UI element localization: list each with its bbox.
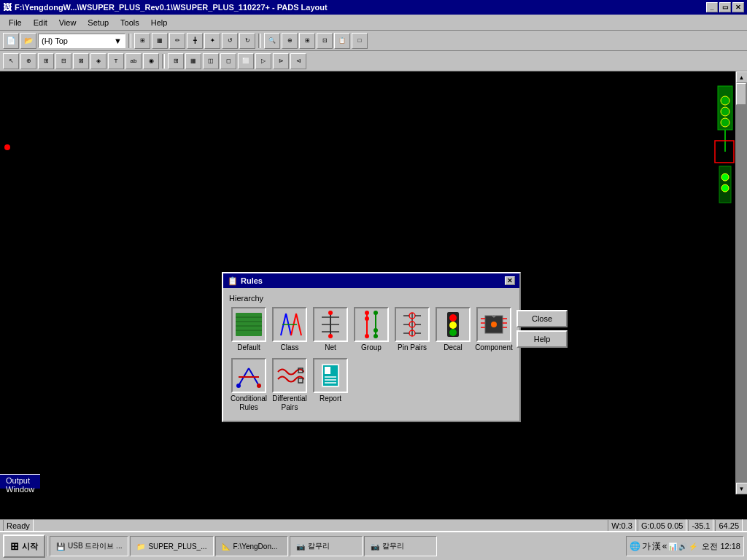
tb2-btn-14[interactable]: ⬜ (238, 53, 254, 69)
menu-view[interactable]: View (53, 17, 82, 28)
status-g-val: G:0.05 0.05 (638, 519, 687, 532)
taskbar-item-kalmuri2[interactable]: 📷 칼무리 (364, 536, 437, 556)
tb2-btn-10[interactable]: ⊞ (168, 53, 184, 69)
differential-pairs-icon-item[interactable]: Differential Pairs (270, 358, 309, 412)
scrollbar-vertical[interactable]: ▲ ▼ (735, 71, 747, 494)
class-icon-box[interactable] (272, 307, 307, 342)
group-icon-box[interactable] (354, 307, 389, 342)
help-dialog-button[interactable]: Help (516, 330, 568, 348)
tb2-btn-11[interactable]: ▦ (185, 53, 201, 69)
taskbar-item-yengdon[interactable]: 📐 F:\YengDon... (215, 536, 288, 556)
sep3 (162, 54, 165, 69)
report-label: Report (320, 394, 341, 403)
tb-btn-6[interactable]: ↺ (222, 33, 238, 49)
open-button[interactable]: 📂 (20, 33, 36, 49)
svg-rect-9 (236, 313, 262, 336)
conditional-rules-icon-item[interactable]: Conditional Rules (229, 358, 268, 412)
tb-btn-8[interactable]: ⊞ (299, 33, 315, 49)
default-icon-box[interactable] (231, 307, 266, 342)
differential-pairs-icon-box[interactable] (272, 358, 307, 393)
canvas-area[interactable]: ▲ ▼ 📋 Rules ✕ Hierarchy (0, 71, 747, 494)
scroll-up-button[interactable]: ▲ (736, 71, 748, 83)
class-icon-item[interactable]: Class (270, 307, 309, 352)
taskbar-item-super[interactable]: 📁 SUPER_PLUS_... (130, 536, 213, 556)
component-icon-item[interactable]: Component (474, 307, 514, 352)
svg-point-44 (449, 314, 457, 322)
scrollbar-thumb[interactable] (736, 83, 746, 105)
pin-pairs-icon-svg (398, 310, 427, 339)
red-dot-indicator (4, 144, 10, 150)
conditional-rules-label: Conditional Rules (231, 394, 267, 412)
default-icon-item[interactable]: Default (229, 307, 268, 352)
menu-help[interactable]: Help (145, 17, 174, 28)
decal-icon-item[interactable]: Decal (433, 307, 473, 352)
zoom-in-btn[interactable]: ⊕ (282, 33, 298, 49)
svg-point-24 (328, 334, 333, 338)
tb2-btn-2[interactable]: ⊕ (20, 53, 36, 69)
system-tray: 🌐 가 漢 « 📊 🔊 ⚡ 오전 12:18 (626, 536, 744, 556)
dialog-container: 📋 Rules ✕ Hierarchy (222, 272, 521, 422)
component-label: Component (475, 343, 513, 352)
component-icon-box[interactable] (476, 307, 511, 342)
taskbar-item-usb[interactable]: 💾 USB 드라이브 ... (50, 536, 128, 556)
class-label: Class (280, 343, 298, 352)
tb2-btn-13[interactable]: ◻ (220, 53, 236, 69)
tb2-btn-1[interactable]: ↖ (3, 53, 19, 69)
toolbar-2: ↖ ⊕ ⊞ ⊟ ⊠ ◈ T ab ◉ ⊞ ▦ ◫ ◻ ⬜ ▷ ⊳ ⊲ (0, 51, 747, 71)
status-ready-text: Ready (3, 519, 34, 532)
tb2-btn-3[interactable]: ⊞ (38, 53, 54, 69)
tb-btn-5[interactable]: ✦ (204, 33, 220, 49)
menu-setup[interactable]: Setup (82, 17, 115, 28)
menu-bar: File Edit View Setup Tools Help (0, 15, 747, 31)
dialog-body: Hierarchy (223, 288, 519, 421)
dialog-close-button[interactable]: ✕ (505, 276, 515, 285)
tb2-btn-4[interactable]: ⊟ (55, 53, 71, 69)
pin-pairs-icon-item[interactable]: Pin Pairs (392, 307, 432, 352)
close-button[interactable]: ✕ (732, 2, 744, 12)
pin-pairs-icon-box[interactable] (395, 307, 430, 342)
tb-btn-1[interactable]: ⊞ (134, 33, 150, 49)
close-dialog-button[interactable]: Close (516, 310, 568, 327)
start-button[interactable]: ⊞ 시작 (3, 534, 45, 558)
tb2-btn-7[interactable]: T (108, 53, 124, 69)
tb2-btn-6[interactable]: ◈ (90, 53, 107, 69)
scrollbar-track[interactable] (736, 83, 747, 483)
tb2-btn-15[interactable]: ▷ (255, 53, 271, 69)
rules-dialog: 📋 Rules ✕ Hierarchy (222, 272, 521, 447)
menu-file[interactable]: File (3, 17, 28, 28)
report-icon-item[interactable]: Report (311, 358, 350, 412)
zoom-btn[interactable]: 🔍 (264, 33, 280, 49)
menu-edit[interactable]: Edit (28, 17, 53, 28)
tb-btn-4[interactable]: ╋ (187, 33, 203, 49)
net-icon-box[interactable] (313, 307, 348, 342)
tb2-btn-17[interactable]: ⊲ (290, 53, 306, 69)
tb2-btn-12[interactable]: ◫ (203, 53, 219, 69)
taskbar-item-kalmuri1[interactable]: 📷 칼무리 (290, 536, 363, 556)
tb-btn-10[interactable]: 📋 (334, 33, 350, 49)
tb-btn-7[interactable]: ↻ (239, 33, 255, 49)
tb2-btn-5[interactable]: ⊠ (73, 53, 89, 69)
tb-btn-2[interactable]: ▦ (152, 33, 168, 49)
window-title: F:\YengdongW...\WSUPER_PLUS_Rev0.1\WSUPE… (15, 3, 328, 12)
report-icon-svg (316, 361, 345, 390)
tb2-btn-9[interactable]: ◉ (143, 53, 159, 69)
tb2-btn-8[interactable]: ab (125, 53, 142, 69)
chevron-down-icon: ▼ (114, 36, 122, 45)
toolbar-1: 📄 📂 (H) Top ▼ ⊞ ▦ ✏ ╋ ✦ ↺ ↻ 🔍 ⊕ ⊞ ⊡ 📋 □ (0, 31, 747, 51)
restore-button[interactable]: ▭ (719, 2, 731, 12)
scroll-down-button[interactable]: ▼ (736, 483, 748, 494)
tb-btn-9[interactable]: ⊡ (317, 33, 333, 49)
new-button[interactable]: 📄 (3, 33, 19, 49)
tb2-btn-16[interactable]: ⊳ (273, 53, 289, 69)
net-icon-item[interactable]: Net (311, 307, 350, 352)
tb-btn-11[interactable]: □ (352, 33, 368, 49)
minimize-button[interactable]: _ (706, 2, 718, 12)
menu-tools[interactable]: Tools (115, 17, 145, 28)
group-icon-item[interactable]: Group (352, 307, 391, 352)
tray-icon-1: 🌐 (630, 541, 640, 551)
report-icon-box[interactable] (313, 358, 348, 393)
decal-icon-box[interactable] (436, 307, 471, 342)
tb-btn-3[interactable]: ✏ (169, 33, 185, 49)
conditional-rules-icon-box[interactable] (231, 358, 266, 393)
layer-dropdown[interactable]: (H) Top ▼ (38, 34, 125, 48)
